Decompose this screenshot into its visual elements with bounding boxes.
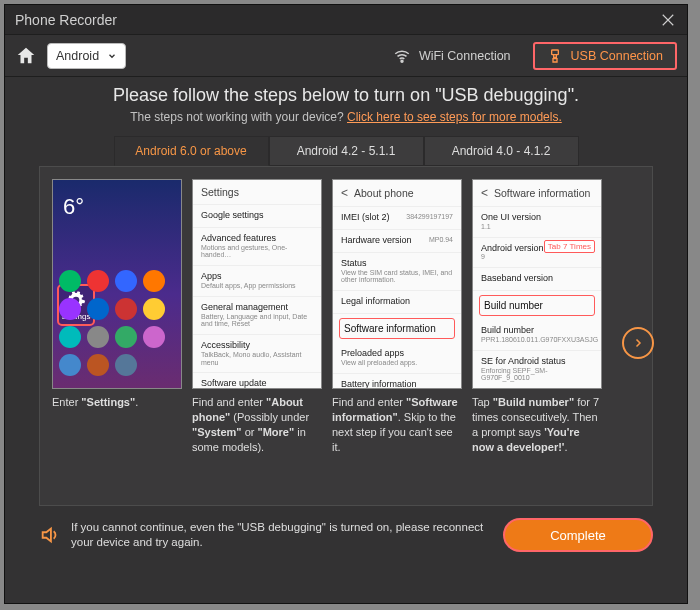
usb-icon — [547, 48, 563, 64]
platform-dropdown[interactable]: Android — [47, 43, 126, 69]
usb-connection-button[interactable]: USB Connection — [533, 42, 677, 70]
step-3-caption: Find and enter "Software information". S… — [332, 395, 462, 454]
complete-button[interactable]: Complete — [503, 518, 653, 552]
page-title: Please follow the steps below to turn on… — [35, 85, 657, 106]
home-icon[interactable] — [15, 45, 37, 67]
step-1-screenshot: 6° Settings — [52, 179, 182, 389]
app-window: Phone Recorder Android WiFi Connection U… — [4, 4, 688, 604]
toolbar: Android WiFi Connection USB Connection — [5, 35, 687, 77]
chevron-down-icon — [107, 51, 117, 61]
page-subtitle: The steps not working with your device? … — [35, 110, 657, 124]
footer: If you cannot continue, even the "USB de… — [39, 518, 653, 552]
chevron-right-icon — [632, 337, 644, 349]
step-2: Settings Google settings Advanced featur… — [192, 179, 322, 454]
wifi-label: WiFi Connection — [419, 49, 511, 63]
step-4-screenshot: <Software information One UI version1.1 … — [472, 179, 602, 389]
tab-android-4-0[interactable]: Android 4.0 - 4.1.2 — [424, 136, 579, 166]
svg-rect-1 — [551, 50, 558, 55]
close-icon[interactable] — [659, 11, 677, 29]
speaker-icon — [39, 524, 61, 546]
step-4-caption: Tap "Build number" for 7 times consecuti… — [472, 395, 602, 454]
version-tabs: Android 6.0 or above Android 4.2 - 5.1.1… — [35, 136, 657, 166]
step-4: <Software information One UI version1.1 … — [472, 179, 602, 454]
tab-android-6[interactable]: Android 6.0 or above — [114, 136, 269, 166]
step-1: 6° Settings — [52, 179, 182, 410]
window-title: Phone Recorder — [15, 12, 659, 28]
titlebar: Phone Recorder — [5, 5, 687, 35]
svg-point-0 — [401, 60, 403, 62]
more-models-link[interactable]: Click here to see steps for more models. — [347, 110, 562, 124]
step-2-screenshot: Settings Google settings Advanced featur… — [192, 179, 322, 389]
footer-text: If you cannot continue, even the "USB de… — [71, 520, 493, 550]
steps-panel: 6° Settings — [39, 166, 653, 506]
platform-label: Android — [56, 49, 99, 63]
wifi-icon — [393, 47, 411, 65]
build-number-highlight: Build number — [479, 295, 595, 316]
wifi-connection-button[interactable]: WiFi Connection — [381, 42, 523, 70]
step-3-screenshot: <About phone IMEI (slot 2) 384299197197 … — [332, 179, 462, 389]
step-2-caption: Find and enter "About phone" (Possibly u… — [192, 395, 322, 454]
software-info-highlight: Software information — [339, 318, 455, 339]
tab-android-4-2[interactable]: Android 4.2 - 5.1.1 — [269, 136, 424, 166]
next-step-button[interactable] — [622, 327, 654, 359]
tap-7-times-tag: Tab 7 Times — [544, 240, 595, 253]
step-3: <About phone IMEI (slot 2) 384299197197 … — [332, 179, 462, 454]
step-1-caption: Enter "Settings". — [52, 395, 182, 410]
headline-area: Please follow the steps below to turn on… — [5, 77, 687, 130]
usb-label: USB Connection — [571, 49, 663, 63]
